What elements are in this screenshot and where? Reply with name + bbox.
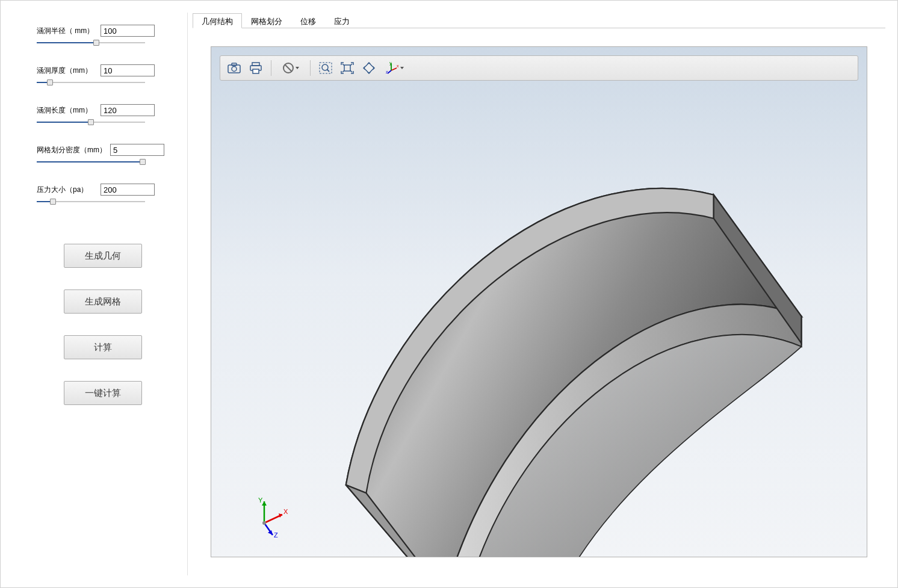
svg-line-15: [388, 70, 391, 73]
param-label: 涵洞厚度（mm）: [37, 66, 97, 76]
chevron-down-icon: [296, 67, 299, 69]
param-label: 压力大小（pa）: [37, 185, 97, 195]
fit-icon[interactable]: [337, 59, 358, 77]
thickness-input[interactable]: [101, 64, 155, 76]
svg-point-2: [232, 67, 237, 72]
zoom-box-icon[interactable]: [315, 59, 336, 77]
3d-viewport[interactable]: x y z: [211, 46, 867, 557]
svg-line-10: [327, 70, 330, 72]
pressure-slider[interactable]: [37, 198, 145, 205]
viewport-wrap: x y z: [193, 28, 885, 575]
geometry-model: [241, 107, 849, 557]
svg-text:x: x: [397, 64, 399, 68]
param-pressure: 压力大小（pa）: [37, 184, 169, 205]
parameter-sidebar: 涵洞半径（ mm） 涵洞厚度（mm） 涵洞长度（mm）: [13, 13, 187, 575]
svg-rect-1: [232, 63, 237, 66]
compute-button[interactable]: 计算: [64, 335, 142, 359]
radius-slider[interactable]: [37, 39, 145, 46]
length-input[interactable]: [101, 104, 155, 116]
length-slider[interactable]: [37, 119, 145, 126]
svg-line-13: [391, 68, 397, 70]
svg-point-25: [262, 521, 266, 525]
param-thickness: 涵洞厚度（mm）: [37, 64, 169, 86]
axis-y-label: Y: [258, 497, 263, 504]
svg-rect-5: [253, 69, 259, 73]
thickness-slider[interactable]: [37, 79, 145, 86]
chevron-down-icon: [400, 67, 404, 69]
generate-mesh-button[interactable]: 生成网格: [64, 289, 142, 314]
tab-geometry[interactable]: 几何结构: [193, 13, 242, 28]
camera-icon[interactable]: [224, 59, 244, 77]
param-label: 网格划分密度（mm）: [37, 145, 107, 155]
pan-rotate-icon[interactable]: [359, 59, 379, 77]
tab-mesh[interactable]: 网格划分: [242, 13, 291, 28]
param-length: 涵洞长度（mm）: [37, 104, 169, 126]
svg-rect-12: [364, 63, 374, 73]
viewport-toolbar: x y z: [220, 55, 858, 81]
nosign-icon[interactable]: [276, 59, 305, 77]
radius-input[interactable]: [101, 25, 155, 37]
svg-line-7: [285, 65, 292, 72]
one-click-compute-button[interactable]: 一键计算: [64, 381, 142, 405]
axis-z-label: Z: [274, 531, 278, 539]
main-panel: 几何结构 网格划分 位移 应力: [187, 13, 885, 575]
svg-rect-11: [344, 65, 350, 71]
svg-text:z: z: [386, 70, 388, 74]
param-label: 涵洞半径（ mm）: [37, 26, 97, 36]
param-mesh-density: 网格划分密度（mm）: [37, 144, 169, 166]
pressure-input[interactable]: [101, 184, 155, 196]
axis-x-label: X: [283, 508, 288, 515]
generate-geometry-button[interactable]: 生成几何: [64, 244, 142, 268]
axis-triad: X Y Z: [247, 497, 290, 539]
tab-displacement[interactable]: 位移: [291, 13, 325, 28]
app-window: 涵洞半径（ mm） 涵洞厚度（mm） 涵洞长度（mm）: [0, 0, 898, 588]
tab-bar: 几何结构 网格划分 位移 应力: [193, 13, 885, 28]
mesh-density-slider[interactable]: [37, 158, 145, 166]
param-radius: 涵洞半径（ mm）: [37, 25, 169, 46]
toolbar-separator: [310, 60, 311, 76]
param-label: 涵洞长度（mm）: [37, 105, 97, 116]
axes-icon[interactable]: x y z: [380, 59, 409, 77]
tab-stress[interactable]: 应力: [325, 13, 359, 28]
mesh-density-input[interactable]: [110, 144, 164, 156]
print-icon[interactable]: [246, 59, 266, 77]
toolbar-separator: [271, 60, 271, 76]
